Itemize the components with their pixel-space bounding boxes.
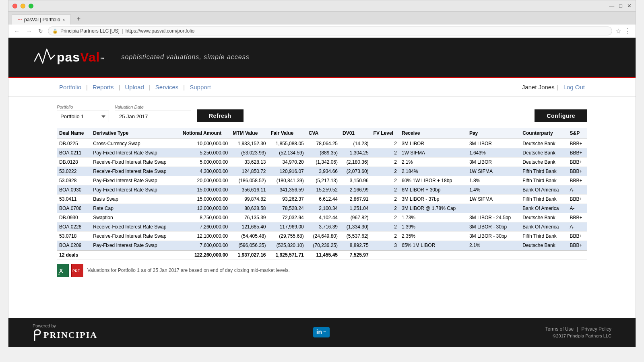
logo-pas: pas (57, 50, 80, 65)
table-row: 53.0411Basis Swap15,000,000.0099,874.829… (57, 195, 587, 204)
logo-val: Val (80, 50, 100, 65)
svg-text:PDF: PDF (72, 269, 80, 273)
table-row: 53.0718Receive-Fixed Interest Rate Swap1… (57, 232, 587, 241)
table-row: BOA.0706Rate Cap12,000,000.0080,628.5878… (57, 204, 587, 213)
nav-portfolio[interactable]: Portfolio (57, 84, 84, 90)
nav-support[interactable]: Support (187, 84, 213, 90)
col-derivative-type: Derivative Type (91, 128, 180, 139)
configure-button[interactable]: Configure (535, 109, 587, 122)
excel-export-icon[interactable]: X a (57, 264, 69, 277)
col-notional: Notional Amount (180, 128, 230, 139)
logo-sm: ℠ (100, 57, 105, 63)
maximize-btn[interactable]: □ (619, 3, 622, 9)
table-row: BOA.0211Pay-Fixed Interest Rate Swap5,25… (57, 148, 587, 158)
table-row: BOA.0209Pay-Fixed Interest Rate Swap7,60… (57, 241, 587, 251)
table-row: DB.0930Swaption8,750,000.0076,135.3972,0… (57, 213, 587, 222)
reload-btn[interactable]: ↻ (37, 27, 45, 35)
address-sep: | (122, 28, 123, 34)
site-header: pasVal℠ sophisticated valuations, simple… (8, 38, 636, 78)
nav-reports[interactable]: Reports (90, 84, 116, 90)
user-name: Janet Jones (522, 84, 555, 90)
refresh-button[interactable]: Refresh (197, 109, 244, 122)
footer-copyright: ©2017 Principia Partners LLC (553, 333, 611, 338)
new-tab-btn[interactable]: + (72, 13, 85, 25)
col-deal-name: Deal Name (57, 128, 91, 139)
back-btn[interactable]: ← (12, 27, 21, 35)
valuation-note: Valuations for Portfolio 1 as of 25 Jan … (87, 267, 290, 273)
privacy-policy-link[interactable]: Privacy Policy (581, 326, 611, 332)
main-content: Portfolio Portfolio 1 Portfolio 2 Valuat… (8, 97, 636, 318)
site-nav: Portfolio | Reports | Upload | Services … (8, 78, 636, 97)
bookmark-star-icon[interactable]: ☆ (615, 27, 621, 35)
svg-text:a: a (58, 273, 60, 276)
valuation-date-input[interactable] (115, 111, 191, 122)
browser-tab[interactable]: 〰 pasVal | Portfolio × (12, 14, 71, 25)
table-row: DB.0225Cross-Currency Swap10,000,000.001… (57, 139, 587, 148)
controls-row: Portfolio Portfolio 1 Portfolio 2 Valuat… (57, 105, 587, 122)
col-fair: Fair Value (268, 128, 306, 139)
table-row: BOA.0930Pay-Fixed Interest Rate Swap15,0… (57, 185, 587, 195)
browser-menu-icon[interactable]: ⋮ (624, 27, 632, 35)
portfolio-select[interactable]: Portfolio 1 Portfolio 2 (57, 111, 109, 122)
portfolio-table: Deal Name Derivative Type Notional Amoun… (57, 128, 587, 260)
footer-sep: | (577, 326, 578, 332)
col-sp: S&P (568, 128, 587, 139)
tab-favicon: 〰 (18, 18, 22, 22)
col-mtm: MTM Value (230, 128, 268, 139)
col-counterparty: Counterparty (520, 128, 567, 139)
logo-icon (33, 45, 57, 69)
address-url[interactable]: https://www.pasval.com/portfolio (126, 28, 194, 34)
tab-close-btn[interactable]: × (63, 18, 65, 22)
table-total-row: 12 deals122,260,000.001,937,027.161,925,… (57, 250, 587, 260)
table-row: DB.0128Receive-Fixed Interest Rate Swap5… (57, 158, 587, 167)
close-btn[interactable]: ✕ (627, 3, 632, 9)
date-label: Valuation Date (115, 105, 191, 109)
linkedin-badge[interactable]: in ™ (313, 327, 330, 337)
minimize-btn[interactable]: — (609, 3, 614, 9)
note-row: X a PDF Valuations for Portfolio 1 as of… (57, 264, 587, 277)
site-footer: Powered by PRINCIPIA in ™ Terms of Use (8, 318, 636, 347)
pdf-export-icon[interactable]: PDF (71, 264, 83, 277)
table-row: 53.0928Pay-Fixed Interest Rate Swap20,00… (57, 176, 587, 185)
powered-by-text: Powered by (33, 323, 97, 328)
linkedin-in-icon: in (316, 329, 322, 336)
linkedin-tm: ™ (323, 331, 326, 334)
col-fvlevel: FV Level (371, 128, 399, 139)
table-row: BOA.0228Receive-Fixed Interest Rate Swap… (57, 222, 587, 232)
forward-btn[interactable]: → (25, 27, 33, 35)
principia-logo-icon (33, 329, 42, 341)
table-row: 53.0222Receive-Fixed Interest Rate Swap4… (57, 167, 587, 176)
site-tagline: sophisticated valuations, simple access (121, 53, 249, 61)
logout-link[interactable]: Log Out (561, 84, 587, 90)
address-company: Principia Partners LLC [US] (60, 28, 120, 34)
col-receive: Receive (399, 128, 467, 139)
terms-of-use-link[interactable]: Terms of Use (545, 326, 574, 332)
nav-services[interactable]: Services (153, 84, 181, 90)
tab-title: pasVal | Portfolio (24, 17, 60, 23)
nav-upload[interactable]: Upload (122, 84, 147, 90)
portfolio-label: Portfolio (57, 105, 109, 109)
col-pay: Pay (467, 128, 520, 139)
col-cva: CVA (306, 128, 340, 139)
security-lock-icon: 🔒 (52, 29, 58, 34)
col-dv01: DV01 (340, 128, 371, 139)
footer-brand: PRINCIPIA (43, 330, 97, 340)
